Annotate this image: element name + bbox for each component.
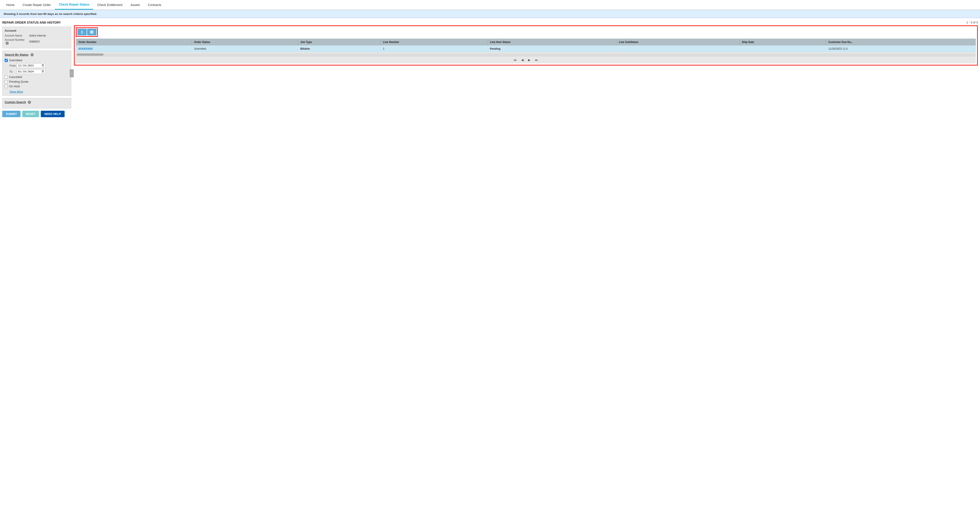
checkbox-submitted-input[interactable] xyxy=(5,59,8,62)
from-date-input[interactable] xyxy=(17,63,46,68)
toolbar-row xyxy=(76,27,976,37)
account-section: Account Account Name Zebra Internal Acco… xyxy=(2,27,71,48)
nav-item-assets[interactable]: Assets xyxy=(127,0,144,10)
to-date-row: To xyxy=(10,69,69,74)
horizontal-scrollbar[interactable] xyxy=(76,53,976,56)
repair-orders-table: Order Number Order Status Job Type Line … xyxy=(76,39,975,53)
table-footer: ⏮ ◀ ▶ ⏭ xyxy=(76,56,976,64)
account-number-label: Account Number i xyxy=(5,38,29,45)
checkbox-submitted: Submitted xyxy=(5,59,69,62)
prev-page-button[interactable]: ◀ xyxy=(520,58,525,62)
cell-job-type: Billable xyxy=(298,45,381,53)
checkbox-pending-quote-label: Pending Quote xyxy=(9,80,29,83)
col-order-number: Order Number xyxy=(76,39,192,45)
svg-rect-1 xyxy=(92,30,92,33)
checkbox-on-hold-input[interactable] xyxy=(5,85,8,88)
col-line-number: Line Number xyxy=(381,39,488,45)
checkbox-on-hold-label: On Hold xyxy=(9,84,20,88)
col-line-item-status: Line Item Status xyxy=(488,39,617,45)
col-line-substatus: Line SubStatus xyxy=(617,39,740,45)
table-outer-border: Order Number Order Status Job Type Line … xyxy=(74,25,978,65)
submit-button[interactable]: SUBMIT xyxy=(2,111,21,117)
to-label: To xyxy=(10,70,17,73)
account-number-row: Account Number i 6088923 xyxy=(5,38,69,45)
cell-line-item-status: Pending xyxy=(488,45,617,53)
custom-search-info-icon[interactable]: i xyxy=(28,101,31,104)
nav-item-check-repair-status[interactable]: Check Repair Status xyxy=(55,0,93,10)
left-panel: REPAIR ORDER STATUS AND HISTORY Account … xyxy=(2,21,71,117)
svg-rect-0 xyxy=(90,30,91,33)
main-layout: REPAIR ORDER STATUS AND HISTORY Account … xyxy=(0,18,980,120)
right-header: 1 - 3 of 3 xyxy=(74,21,978,24)
download-button[interactable] xyxy=(77,29,87,35)
cell-line-number: 1 xyxy=(381,45,488,53)
col-customer-due-date: Customer Due Da... xyxy=(826,39,975,45)
custom-search-header[interactable]: Custom Search i xyxy=(5,100,69,104)
checkbox-on-hold: On Hold xyxy=(5,84,69,88)
last-page-button[interactable]: ⏭ xyxy=(534,58,539,62)
need-help-button[interactable]: NEED HELP xyxy=(41,111,64,117)
account-name-label: Account Name xyxy=(5,34,29,37)
nav-item-home[interactable]: Home xyxy=(2,0,19,10)
record-count: 1 - 3 of 3 xyxy=(966,21,978,24)
download-icon xyxy=(80,30,84,34)
action-buttons: SUBMIT RESET NEED HELP xyxy=(2,111,71,117)
account-number-value: 6088923 xyxy=(29,40,40,43)
search-by-status-header[interactable]: Search By Status i xyxy=(5,53,69,56)
nav-item-contracts[interactable]: Contracts xyxy=(144,0,165,10)
checkbox-pending-quote-input[interactable] xyxy=(5,80,8,83)
cell-order-number[interactable]: XXXXXXXX xyxy=(76,45,192,53)
order-number-link[interactable]: XXXXXXXX xyxy=(78,47,93,50)
toolbar-button-group xyxy=(76,27,98,37)
cell-line-substatus xyxy=(617,45,740,53)
account-name-row: Account Name Zebra Internal xyxy=(5,34,69,37)
checkbox-submitted-label: Submitted xyxy=(9,59,22,62)
scrollbar-thumb[interactable] xyxy=(77,53,103,56)
columns-button[interactable] xyxy=(87,29,97,35)
to-date-input[interactable] xyxy=(17,69,46,74)
col-job-type: Job Type xyxy=(298,39,381,45)
table-header-row: Order Number Order Status Job Type Line … xyxy=(76,39,975,45)
panel-title: REPAIR ORDER STATUS AND HISTORY xyxy=(2,21,71,24)
account-section-header: Account xyxy=(5,29,69,32)
first-page-button[interactable]: ⏮ xyxy=(512,58,518,62)
show-more-link[interactable]: Show More xyxy=(10,90,23,93)
search-by-status-section: Search By Status i Submitted From To Can… xyxy=(2,51,71,96)
columns-icon xyxy=(90,30,94,34)
next-page-button[interactable]: ▶ xyxy=(527,58,531,62)
col-ship-date: Ship Date xyxy=(740,39,826,45)
reset-button[interactable]: RESET xyxy=(22,111,39,117)
table-row: XXXXXXXXSubmittedBillable1Pending11/26/2… xyxy=(76,45,975,53)
cell-order-status: Submitted xyxy=(192,45,298,53)
right-panel: 1 - 3 of 3 xyxy=(74,21,978,117)
table-body: XXXXXXXXSubmittedBillable1Pending11/26/2… xyxy=(76,45,975,53)
account-name-value: Zebra Internal xyxy=(29,34,46,37)
from-date-row: From xyxy=(10,63,69,68)
account-number-info-icon[interactable]: i xyxy=(6,41,9,45)
checkbox-pending-quote: Pending Quote xyxy=(5,80,69,83)
nav-item-create-repair-order[interactable]: Create Repair Order xyxy=(19,0,55,10)
from-label: From xyxy=(10,64,17,67)
table-wrapper: Order Number Order Status Job Type Line … xyxy=(76,38,976,53)
top-navigation: HomeCreate Repair OrderCheck Repair Stat… xyxy=(0,0,980,10)
cell-ship-date xyxy=(740,45,826,53)
banner-text: Showing 3 records from last 90 days as n… xyxy=(3,12,97,16)
checkbox-cancelled-label: Cancelled xyxy=(9,75,22,79)
checkbox-cancelled-input[interactable] xyxy=(5,75,8,79)
col-order-status: Order Status xyxy=(192,39,298,45)
svg-rect-2 xyxy=(93,30,93,33)
info-banner: Showing 3 records from last 90 days as n… xyxy=(0,10,980,18)
search-status-info-icon[interactable]: i xyxy=(30,53,33,56)
custom-search-section: Custom Search i xyxy=(2,98,71,108)
checkbox-cancelled: Cancelled xyxy=(5,75,69,79)
collapse-button[interactable]: ‹ xyxy=(70,69,74,77)
cell-customer-due-date: 11/26/2023 11:0 xyxy=(826,45,975,53)
nav-item-check-entitlement[interactable]: Check Entitlement xyxy=(93,0,127,10)
